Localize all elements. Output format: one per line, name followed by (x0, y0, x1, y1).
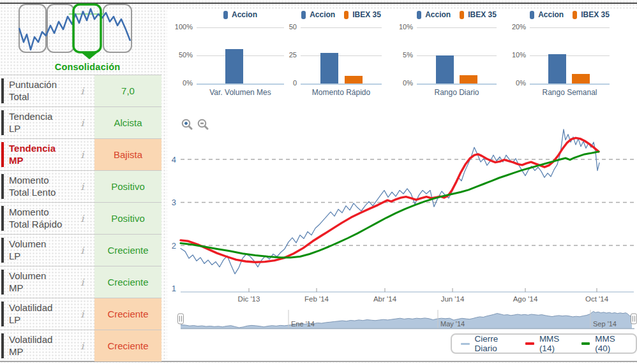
legend-item-ibex-35[interactable]: IBEX 35 (460, 10, 497, 19)
x-axis-label: Jun '14 (441, 295, 465, 303)
x-axis-label: Ago '14 (513, 295, 538, 303)
info-icon[interactable]: i (78, 85, 87, 97)
info-icon[interactable]: i (78, 149, 87, 161)
dashboard: Consolidación PuntuaciónTotali7,0Tendenc… (0, 0, 637, 364)
mini-chart-title: Rango Semanal (530, 88, 610, 97)
gridline (530, 27, 610, 28)
info-icon[interactable]: i (78, 340, 87, 352)
indicator-row-momento-total-rápido: MomentoTotal RápidoiPositivo (0, 202, 161, 234)
indicator-label: MomentoTotal Rápido (9, 203, 75, 234)
mms-40-swatch (581, 342, 590, 345)
bar-ibex-35 (345, 76, 363, 84)
y-tick-label: 20% (503, 23, 526, 31)
gridline (530, 55, 610, 56)
y-tick-label: 25 (274, 51, 297, 59)
gridline (301, 55, 382, 56)
x-axis-label: Feb '14 (304, 295, 329, 303)
legend-item-ibex-35[interactable]: IBEX 35 (573, 10, 610, 19)
y-tick-label: 100% (170, 23, 193, 31)
row-accent-bar (1, 142, 4, 167)
legend-item-mms-14[interactable]: MMS (14) (525, 334, 571, 353)
indicator-value: Creciente (94, 266, 161, 298)
y-tick-label: 0% (390, 79, 413, 87)
pattern-box-3-active (73, 4, 101, 52)
mini-chart-legend: AccionIBEX 35 (301, 10, 382, 19)
row-accent-bar (1, 333, 4, 358)
x-axis-line (530, 84, 610, 85)
indicator-value: Creciente (94, 235, 161, 266)
navigator-left-handle[interactable] (178, 314, 184, 324)
indicator-value: 7,0 (94, 75, 161, 106)
indicator-label: VolumenMP (9, 266, 75, 298)
legend-item-accion[interactable]: Accion (530, 10, 564, 19)
y-tick-label: 5% (390, 51, 413, 59)
legend-swatch (344, 11, 348, 19)
y-tick-label: 50% (170, 51, 193, 59)
y-axis-label: 2 (172, 241, 176, 251)
info-icon[interactable]: i (78, 277, 87, 288)
x-axis-label: Oct '14 (585, 295, 609, 303)
indicator-label: MomentoTotal Lento (9, 171, 75, 202)
indicator-label: VolumenLP (9, 235, 75, 266)
legend-swatch (301, 11, 306, 19)
pattern-state-label: Consolidación (36, 62, 139, 72)
gridline (197, 27, 284, 28)
mini-chart-legend: AccionIBEX 35 (417, 10, 497, 19)
navigator-axis-label: Ene '14 (291, 320, 315, 328)
range-navigator[interactable]: Ene '14May '14Sep '14 (167, 305, 637, 334)
mini-chart-title: Momento Rápido (301, 88, 382, 97)
gridline (417, 55, 497, 56)
x-axis-line (417, 84, 497, 85)
legend-label: MMS (40) (595, 334, 627, 353)
y-axis-label: 1 (172, 284, 176, 293)
main-price-chart[interactable]: 4321Dic '13Feb '14Abr '14Jun '14Ago '14O… (167, 107, 637, 306)
navigator-axis-label: May '14 (440, 320, 465, 328)
indicator-value: Creciente (94, 330, 161, 361)
legend-label: MMS (14) (539, 334, 571, 353)
navigator-axis-label: Sep '14 (593, 320, 617, 328)
navigator-right-handle[interactable] (631, 314, 637, 324)
legend-item-accion[interactable]: Accion (223, 10, 257, 19)
legend-label: Accion (425, 10, 451, 19)
mini-chart-rango-semanal: AccionIBEX 3520%10%0%Rango Semanal (503, 9, 610, 106)
row-accent-bar (1, 206, 4, 231)
row-accent-bar (1, 302, 4, 326)
y-tick-label: 50 (274, 23, 297, 31)
y-axis-label: 3 (172, 198, 176, 207)
gridline (301, 27, 382, 28)
y-tick-label: 10% (390, 23, 413, 31)
row-accent-bar (1, 270, 4, 295)
legend-item-mms-40[interactable]: MMS (40) (581, 334, 627, 353)
info-icon[interactable]: i (78, 181, 87, 193)
indicator-label: TendenciaMP (9, 139, 75, 170)
mms-14-swatch (525, 342, 534, 345)
bar-accion (320, 53, 338, 84)
indicator-value: Positivo (94, 171, 161, 202)
legend-swatch (417, 11, 421, 19)
legend-item-ibex-35[interactable]: IBEX 35 (344, 10, 381, 19)
indicator-row-volumen-mp: VolumenMPiCreciente (0, 266, 161, 298)
legend-item-accion[interactable]: Accion (417, 10, 451, 19)
legend-item-accion[interactable]: Accion (301, 10, 335, 19)
legend-swatch (530, 11, 534, 19)
cierre-diario-swatch (461, 343, 470, 345)
legend-item-cierre-diario[interactable]: Cierre Diario (461, 334, 515, 353)
indicator-row-volatilidad-lp: VolatilidadLPiCreciente (0, 298, 161, 330)
row-accent-bar (1, 238, 4, 263)
indicator-row-momento-total-lento: MomentoTotal LentoiPositivo (0, 170, 161, 202)
indicator-label: VolatilidadMP (9, 330, 75, 361)
info-icon[interactable]: i (78, 213, 87, 224)
indicator-row-tendencia-mp: TendenciaMPiBajista (0, 138, 161, 170)
legend-swatch (460, 11, 464, 19)
indicator-label: PuntuaciónTotal (9, 75, 75, 106)
info-icon[interactable]: i (78, 245, 87, 256)
mini-chart-rango-diario: AccionIBEX 3510%5%0%Rango Diario (390, 9, 497, 106)
indicator-row-volumen-lp: VolumenLPiCreciente (0, 234, 161, 266)
indicator-row-tendencia-lp: TendenciaLPiAlcista (0, 106, 161, 138)
mini-chart-title: Rango Diario (417, 88, 497, 97)
bar-ibex-35 (572, 74, 590, 84)
info-icon[interactable]: i (78, 309, 87, 320)
info-icon[interactable]: i (78, 117, 87, 129)
indicator-value: Alcista (94, 107, 161, 138)
mini-chart-legend: AccionIBEX 35 (530, 10, 610, 19)
